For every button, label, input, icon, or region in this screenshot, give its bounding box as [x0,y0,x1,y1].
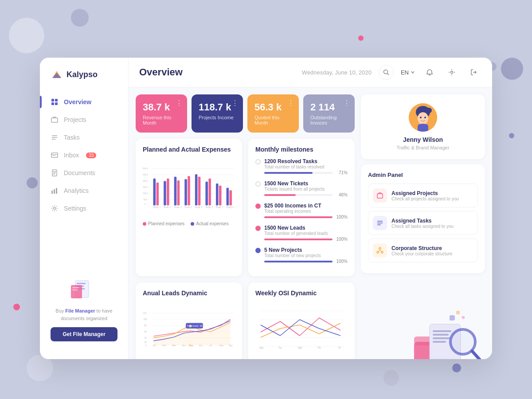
profile-role: Traffic & Brand Manager [368,145,478,150]
stat-card-invoices: 2 114 Outstanding Invoces ⋮ [303,94,355,133]
svg-point-112 [379,247,381,249]
svg-text:Feb: Feb [162,344,166,347]
sidebar-item-analytics-label: Analytics [64,187,89,194]
svg-rect-46 [167,179,169,206]
sidebar-item-documents[interactable]: Documents [40,164,128,182]
notifications-button[interactable] [422,65,437,80]
bar-chart-legend: Planned expenses Actual expenses [143,221,235,226]
svg-text:May: May [189,344,193,347]
logout-button[interactable] [466,65,481,80]
svg-point-113 [377,251,379,253]
weekly-osi-card: Weekly OSI Dynamic [248,282,355,359]
svg-text:We: We [298,346,302,349]
svg-marker-1 [52,73,61,78]
svg-rect-6 [51,118,58,122]
milestone-item-2: $25 000 Incomes in CT Total operating in… [255,203,348,219]
sidebar-item-projects[interactable]: Projects [40,111,128,129]
corporate-structure-text: Corporate Structure Check your corporate… [391,245,452,256]
svg-point-28 [451,71,453,74]
lang-label: EN [401,69,409,76]
milestone-item-1: 1500 New Tickets Tickets issued from all… [255,180,348,197]
stat-invoices-label: Outstanding Invoces [310,115,348,125]
svg-text:Th: Th [317,346,321,349]
svg-line-124 [472,351,480,359]
svg-text:100: 100 [143,318,147,321]
svg-text:500 k: 500 k [143,168,148,170]
search-button[interactable] [379,65,394,80]
svg-text:Aug: Aug [219,344,223,347]
milestone-dot-0 [255,159,261,164]
settings-nav-icon [51,204,59,212]
svg-rect-5 [55,102,58,105]
svg-point-105 [418,112,428,125]
right-panel: Jenny Wilson Traffic & Brand Manager Adm… [361,94,485,359]
svg-rect-50 [188,176,190,206]
svg-text:0: 0 [145,344,147,347]
assigned-projects-text: Assigned Projects Check all projects ass… [391,190,459,201]
svg-point-106 [420,117,422,118]
stat-invoices-value: 2 114 [310,102,348,113]
svg-point-26 [383,70,387,74]
svg-text:Budg. 5: Budg. 5 [195,206,203,208]
milestone-item-3: 1500 New Leads Total number of generated… [255,225,348,242]
svg-rect-2 [51,99,54,102]
svg-text:Budg. 7: Budg. 7 [216,206,223,208]
svg-rect-55 [216,184,219,206]
stat-card-menu-2[interactable]: ⋮ [231,99,239,107]
illustration-section [361,278,485,359]
bottom-illustration [405,306,485,359]
svg-rect-56 [219,186,222,206]
admin-item-assigned-projects[interactable]: Assigned Projects Check all projects ass… [368,184,478,207]
admin-item-corporate-structure[interactable]: Corporate Structure Check your corporate… [368,239,478,262]
milestones-title: Monthly milestones [255,146,348,153]
svg-text:Fr: Fr [338,346,341,349]
assigned-tasks-text: Assigned Tasks Check all tasks assigned … [391,218,454,229]
planned-expenses-card: Planned and Actual Expenses 500 k 400 k [136,139,242,276]
legend-planned: Planned expenses [143,221,184,226]
svg-text:20: 20 [144,341,147,344]
sidebar-item-documents-label: Documents [64,169,95,176]
stat-revenue-value: 38.7 k [143,102,180,113]
svg-rect-49 [184,179,187,206]
sidebar-item-settings[interactable]: Settings [40,200,128,217]
svg-rect-44 [156,183,159,206]
milestones-card: Monthly milestones 1200 Resolved Tasks T… [248,139,355,276]
svg-text:Mar: Mar [172,344,176,347]
stat-card-menu-1[interactable]: ⋮ [176,99,183,107]
svg-rect-17 [56,188,57,194]
sidebar-item-analytics[interactable]: Analytics [40,182,128,200]
svg-text:Budg. 1: Budg. 1 [153,206,161,208]
settings-button[interactable] [444,65,459,80]
svg-rect-48 [177,180,180,206]
svg-point-114 [381,251,383,253]
sidebar-item-settings-label: Settings [64,205,86,212]
svg-text:Jul: Jul [209,344,212,347]
svg-rect-52 [198,176,201,205]
svg-rect-47 [174,176,177,205]
milestone-dot-1 [255,181,261,187]
svg-rect-108 [377,194,383,198]
stat-quoted-label: Quoted this Month [254,115,292,125]
assigned-projects-icon [373,188,387,203]
annual-leads-title: Anual Leads Dynamic [143,289,235,297]
svg-point-82 [189,325,191,327]
svg-text:Sep: Sep [229,344,233,347]
charts-row: Planned and Actual Expenses 500 k 400 k [136,139,355,276]
stat-card-menu-3[interactable]: ⋮ [287,99,294,107]
milestone-list: 1200 Resolved Tasks Total number of task… [255,158,348,264]
weekly-osi-title: Weekly OSI Dynamic [255,289,348,297]
stat-card-menu-4[interactable]: ⋮ [343,99,350,107]
get-file-manager-button[interactable]: Get File Manager [51,327,117,341]
sidebar-item-overview[interactable]: Overview [40,93,128,111]
admin-item-assigned-tasks[interactable]: Assigned Tasks Check all tasks assigned … [368,211,478,235]
svg-rect-125 [450,315,455,321]
sidebar-item-tasks[interactable]: Tasks [40,129,128,146]
projects-icon [51,116,59,124]
language-selector[interactable]: EN [401,69,415,76]
svg-rect-16 [54,189,55,194]
sidebar-item-inbox[interactable]: Inbox 33 [40,146,128,164]
svg-rect-54 [208,179,211,206]
svg-rect-119 [433,334,449,336]
promo-illustration [69,272,100,303]
stat-revenue-label: Revenue this Month [143,115,180,125]
